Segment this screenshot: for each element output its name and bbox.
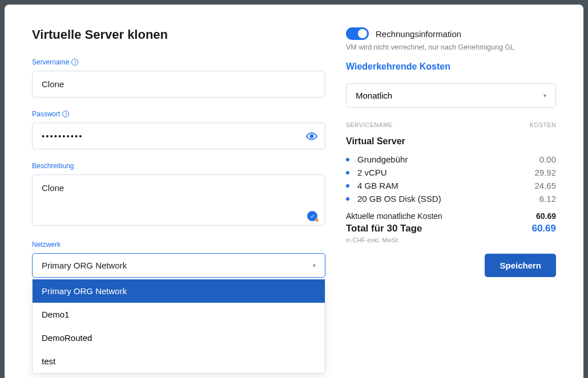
billing-column: Rechnungsinformation VM wird nicht verre… [346, 27, 556, 361]
show-password-icon[interactable] [306, 131, 317, 144]
billing-toggle-sub: VM wird nicht verrechnet, nur nach Geneh… [346, 43, 556, 51]
save-button[interactable]: Speichern [485, 254, 556, 277]
cost-value: 0.00 [539, 155, 556, 164]
cost-label: 4 GB RAM [357, 181, 534, 190]
current-cost-value: 60.69 [536, 212, 556, 221]
current-cost-label: Aktuelle monatliche Kosten [346, 212, 442, 221]
cost-line: Grundgebühr 0.00 [346, 155, 556, 164]
description-label-text: Beschreibung [32, 162, 74, 170]
recurring-costs-title: Wiederkehrende Kosten [346, 62, 556, 72]
currency-note: in CHF exkl. MwSt [346, 237, 556, 243]
network-option[interactable]: Primary ORG Network [33, 279, 325, 303]
servername-label: Servername ? [32, 58, 325, 66]
current-cost-line: Aktuelle monatliche Kosten 60.69 [346, 212, 556, 221]
description-input[interactable] [32, 174, 325, 226]
network-option[interactable]: DemoRouted [33, 326, 325, 349]
grammar-check-icon[interactable] [307, 211, 317, 221]
cost-label: Grundgebühr [357, 155, 539, 164]
network-label-text: Netzwerk [32, 241, 61, 249]
service-name: Virtual Server [346, 136, 556, 147]
billing-period-select[interactable]: Monatlich ▾ [346, 83, 556, 108]
header-servicename: SERVICENAME [346, 121, 393, 128]
chevron-down-icon: ▾ [543, 92, 546, 99]
bullet-icon [346, 171, 349, 174]
password-label: Passwort ? [32, 110, 325, 118]
billing-toggle-label: Rechnungsinformation [376, 29, 461, 39]
modal-title: Virtuelle Server klonen [32, 27, 325, 42]
network-option[interactable]: Demo1 [33, 303, 325, 326]
form-column: Virtuelle Server klonen Servername ? Pas… [32, 27, 325, 361]
description-label: Beschreibung [32, 162, 325, 170]
servername-input[interactable] [32, 71, 325, 97]
help-icon[interactable]: ? [62, 111, 69, 117]
network-label: Netzwerk [32, 241, 325, 249]
cost-line: 20 GB OS Disk (SSD) 6.12 [346, 194, 556, 204]
cost-label: 20 GB OS Disk (SSD) [357, 194, 539, 204]
cost-value: 29.92 [534, 168, 556, 177]
svg-point-0 [311, 135, 313, 138]
bullet-icon [346, 158, 349, 161]
network-select[interactable]: Primary ORG Network ▾ [32, 253, 325, 278]
cost-table-header: SERVICENAME KOSTEN [346, 121, 556, 128]
servername-label-text: Servername [32, 58, 69, 66]
header-cost: KOSTEN [530, 121, 556, 128]
network-dropdown: Primary ORG Network Demo1 DemoRouted tes… [32, 279, 325, 373]
total-cost-value: 60.69 [531, 223, 556, 234]
billing-toggle[interactable] [346, 27, 369, 40]
password-input[interactable] [32, 123, 325, 149]
billing-period-value: Monatlich [356, 91, 392, 100]
cost-line: 4 GB RAM 24.65 [346, 181, 556, 190]
total-cost-line: Total für 30 Tage 60.69 [346, 223, 556, 234]
cost-line: 2 vCPU 29.92 [346, 168, 556, 177]
clone-server-modal: Virtuelle Server klonen Servername ? Pas… [5, 5, 583, 378]
password-label-text: Passwort [32, 110, 60, 118]
network-option[interactable]: test [33, 349, 325, 373]
cost-value: 24.65 [534, 181, 556, 190]
help-icon[interactable]: ? [71, 59, 78, 66]
cost-value: 6.12 [539, 194, 556, 204]
cost-label: 2 vCPU [357, 168, 534, 177]
bullet-icon [346, 197, 349, 201]
network-selected-value: Primary ORG Network [42, 261, 127, 270]
bullet-icon [346, 184, 349, 188]
total-cost-label: Total für 30 Tage [346, 223, 422, 234]
chevron-down-icon: ▾ [313, 262, 316, 269]
